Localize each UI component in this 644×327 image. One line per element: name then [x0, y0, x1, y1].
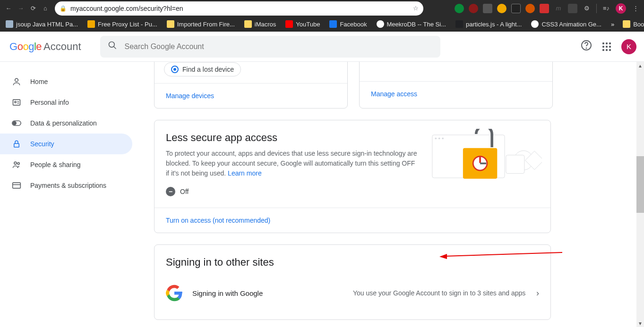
lsa-title: Less secure app access — [166, 132, 418, 144]
ext-icon[interactable] — [525, 4, 535, 13]
vertical-scrollbar[interactable]: ▲ ▼ — [636, 62, 644, 327]
avatar[interactable]: K — [621, 39, 636, 54]
svg-point-0 — [109, 42, 114, 48]
lsa-description: To protect your account, apps and device… — [166, 149, 418, 178]
sidebar: Home Personal info Data & personalizatio… — [0, 62, 132, 327]
sidebar-item-label: Personal info — [30, 99, 69, 106]
signin-with-google-row[interactable]: Signing in with Google You use your Goog… — [166, 278, 539, 308]
devices-card: Find a lost device Manage devices — [154, 62, 348, 109]
sidebar-item-home[interactable]: Home — [0, 71, 132, 92]
signin-other-sites-card: Signing in to other sites Signing in wit… — [154, 244, 551, 320]
svg-point-3 — [586, 48, 587, 48]
svg-rect-11 — [14, 143, 19, 147]
google-g-icon — [166, 285, 183, 302]
sidebar-item-label: People & sharing — [30, 161, 81, 168]
browser-toolbar: ← → ⟳ ⌂ 🔒 myaccount.google.com/security?… — [0, 0, 644, 17]
ext-icon[interactable] — [497, 4, 507, 13]
svg-rect-5 — [13, 100, 20, 105]
people-icon — [11, 160, 22, 169]
logo[interactable]: Google Account — [9, 41, 81, 53]
off-label: Off — [180, 188, 189, 195]
ext-icon[interactable] — [568, 4, 577, 13]
address-bar[interactable]: 🔒 myaccount.google.com/security?hl=en ☆ — [55, 1, 423, 16]
apps-icon[interactable] — [602, 42, 611, 51]
sidebar-item-label: Payments & subscriptions — [30, 182, 106, 189]
turn-on-access-link[interactable]: Turn on access (not recommended) — [155, 208, 550, 233]
bookmark-item[interactable]: jsoup Java HTML Pa... — [6, 20, 78, 28]
card-icon — [11, 182, 22, 189]
menu-icon[interactable]: ⋮ — [631, 4, 640, 13]
svg-point-4 — [15, 78, 18, 82]
learn-more-link[interactable]: Learn more — [228, 169, 262, 177]
sidebar-item-label: Data & personalization — [30, 119, 97, 127]
bookmarks-bar: jsoup Java HTML Pa... Free Proxy List - … — [0, 17, 644, 32]
ext-icon[interactable] — [540, 4, 549, 13]
url-text: myaccount.google.com/security?hl=en — [70, 5, 413, 12]
playlist-icon[interactable]: ≡♪ — [601, 4, 611, 13]
scroll-down-icon[interactable]: ▼ — [636, 319, 644, 327]
svg-rect-14 — [13, 183, 21, 188]
search-input[interactable] — [125, 42, 433, 51]
sidebar-item-data[interactable]: Data & personalization — [0, 113, 132, 134]
ext-icon[interactable]: m — [554, 4, 563, 13]
bookmark-item[interactable]: MeekroDB -- The Si... — [377, 20, 446, 28]
ext-icon[interactable] — [469, 4, 478, 13]
forward-icon[interactable]: → — [16, 4, 26, 13]
svg-rect-26 — [480, 162, 486, 164]
reload-icon[interactable]: ⟳ — [28, 4, 38, 13]
find-device-pill[interactable]: Find a lost device — [164, 62, 241, 76]
toggle-icon — [11, 120, 22, 126]
svg-point-13 — [17, 162, 19, 164]
main-content: Find a lost device Manage devices Manage… — [132, 62, 644, 327]
bookmark-item[interactable]: CSS3 Animation Ge... — [531, 20, 601, 28]
settings-icon[interactable]: ⚙ — [582, 4, 592, 13]
browser-chrome: ← → ⟳ ⌂ 🔒 myaccount.google.com/security?… — [0, 0, 644, 32]
manage-access-link[interactable]: Manage access — [360, 81, 552, 106]
svg-point-19 — [442, 138, 444, 140]
page-header: Google Account K — [0, 32, 644, 62]
svg-point-12 — [14, 162, 17, 164]
bookmark-item[interactable]: Facebook — [329, 20, 367, 28]
search-box[interactable] — [100, 36, 440, 58]
id-card-icon — [11, 98, 22, 107]
scrollbar-thumb[interactable] — [636, 156, 644, 213]
manage-devices-link[interactable]: Manage devices — [155, 83, 347, 108]
google-wordmark: Google — [9, 41, 42, 53]
sidebar-item-security[interactable]: Security — [0, 134, 132, 154]
sidebar-item-payments[interactable]: Payments & subscriptions — [0, 175, 132, 196]
signin-row-subtitle: You use your Google Account to sign in t… — [353, 289, 527, 297]
bookmark-item[interactable]: iMacros — [244, 20, 276, 28]
sidebar-item-personal[interactable]: Personal info — [0, 92, 132, 113]
extension-icons: m ⚙ ≡♪ K ⋮ — [455, 3, 640, 14]
svg-point-18 — [438, 138, 440, 140]
sidebar-item-label: Home — [30, 78, 48, 85]
svg-line-1 — [113, 47, 116, 49]
lsa-illustration — [419, 129, 542, 183]
svg-rect-25 — [479, 157, 481, 163]
ext-icon[interactable] — [455, 4, 464, 13]
home-icon[interactable]: ⌂ — [41, 4, 50, 13]
bookmark-item[interactable]: Bookmark lain — [623, 20, 644, 28]
bookmark-item[interactable]: Imported From Fire... — [167, 20, 235, 28]
ext-icon[interactable] — [483, 4, 492, 13]
star-icon[interactable]: ☆ — [413, 5, 419, 12]
ext-icon[interactable] — [511, 4, 521, 13]
svg-point-17 — [435, 138, 437, 140]
profile-button[interactable]: K — [616, 3, 626, 14]
account-label: Account — [43, 41, 81, 53]
bookmark-item[interactable]: particles.js - A light... — [455, 20, 522, 28]
bookmark-item[interactable]: Free Proxy List - Pu... — [87, 20, 157, 28]
bookmark-item[interactable]: YouTube — [285, 20, 320, 28]
chevron-right-icon: › — [536, 288, 539, 298]
sidebar-item-label: Security — [30, 140, 54, 148]
scroll-up-icon[interactable]: ▲ — [636, 62, 644, 69]
less-secure-app-card: Less secure app access To protect your a… — [154, 120, 551, 233]
back-icon[interactable]: ← — [4, 4, 13, 13]
svg-point-6 — [15, 101, 16, 103]
help-icon[interactable] — [581, 40, 592, 54]
search-icon — [108, 41, 117, 52]
sidebar-item-people[interactable]: People & sharing — [0, 154, 132, 175]
lock-icon: 🔒 — [60, 5, 67, 12]
separator — [596, 4, 597, 13]
bookmarks-overflow[interactable]: » — [611, 21, 614, 28]
